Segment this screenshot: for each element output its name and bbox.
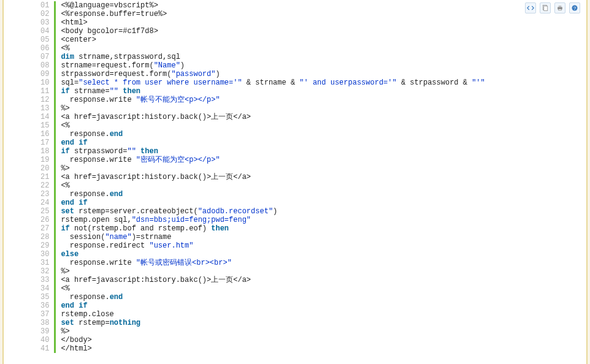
svg-rect-4: [559, 9, 562, 10]
line-number: 01: [40, 1, 49, 10]
token-plain: ): [273, 207, 277, 216]
token-plain: strname=: [70, 87, 110, 96]
token-plain: strpassword=: [70, 147, 128, 156]
token-kw: dim: [61, 53, 74, 61]
token-str: "帐号不能为空<p></p>": [136, 96, 220, 104]
code-line: response.write "密码不能为空<p></p>": [61, 156, 485, 164]
line-number: 19: [40, 156, 49, 164]
token-kw: if: [79, 199, 87, 207]
token-plain: strpassword=request.form(: [61, 70, 171, 78]
line-number: 32: [40, 267, 49, 276]
help-icon: ?: [571, 4, 578, 12]
token-plain: %>: [61, 164, 69, 173]
code-line: response.end: [61, 130, 485, 138]
line-number: 20: [40, 164, 49, 173]
token-plain: </body>: [61, 336, 91, 344]
line-number: 13: [40, 104, 49, 113]
token-plain: response.redirect: [61, 241, 149, 250]
code-line: sql="select * from user where username='…: [61, 78, 485, 87]
token-kw: end: [61, 301, 74, 310]
token-plain: %>: [61, 267, 69, 276]
code-line: <%: [61, 181, 485, 190]
line-number: 34: [40, 284, 49, 293]
line-number: 07: [40, 53, 49, 61]
line-number: 37: [40, 310, 49, 319]
code-line: <%response.buffer=true%>: [61, 10, 485, 18]
token-plain: <a href=javascript:history.back()>上一页</a…: [61, 113, 251, 121]
line-number-gutter: 0102030405060708091011121314151617181920…: [40, 1, 54, 353]
line-number: 41: [40, 344, 49, 353]
token-plain: )=strname: [132, 233, 172, 241]
token-str: "'": [472, 78, 485, 87]
token-kw: then: [123, 87, 140, 96]
token-str: "密码不能为空<p></p>": [136, 156, 220, 164]
token-plain: rstemp=: [74, 319, 110, 327]
token-plain: <a href=javascript:history.back()>上一页</a…: [61, 173, 251, 181]
code-line: <%@language=vbscript%>: [61, 1, 485, 10]
token-plain: & strpassword &: [397, 78, 472, 87]
token-kw: if: [79, 301, 87, 310]
token-kw: if: [61, 147, 69, 156]
line-number: 03: [40, 18, 49, 27]
code-line: <%: [61, 284, 485, 293]
token-plain: strname,strpassword,sql: [74, 53, 180, 61]
line-number: 09: [40, 70, 49, 78]
code-line: strname=request.form("Name"): [61, 61, 485, 70]
token-kw: then: [211, 224, 229, 233]
code-line: <a href=javascript:history.bakc()>上一页</a…: [61, 276, 485, 284]
line-number: 36: [40, 301, 49, 310]
code-line: <center>: [61, 36, 485, 44]
print-button[interactable]: [554, 2, 565, 13]
code-toolbar: ?: [525, 2, 580, 13]
token-str: "' and userpassword='": [299, 78, 396, 87]
copy-icon: [542, 4, 549, 12]
code-line: </body>: [61, 336, 485, 344]
line-number: 10: [40, 78, 49, 87]
code-line: response.redirect "user.htm": [61, 241, 485, 250]
code-line: response.write "帐号或密码错误<br><br>": [61, 259, 485, 267]
token-str: "adodb.recordset": [198, 207, 273, 216]
token-plain: response.write: [61, 156, 136, 164]
token-plain: & strname &: [242, 78, 300, 87]
token-kw: then: [140, 147, 158, 156]
copy-button[interactable]: [540, 2, 551, 13]
svg-rect-3: [559, 6, 562, 7]
token-plain: <body bgcolor=#c1f7d8>: [61, 27, 158, 36]
code-line: rstemp.open sql,"dsn=bbs;uid=feng;pwd=fe…: [61, 216, 485, 224]
line-number: 21: [40, 173, 49, 181]
token-str: "帐号或密码错误<br><br>": [136, 259, 232, 267]
view-source-button[interactable]: [525, 2, 536, 13]
token-str: "dsn=bbs;uid=feng;pwd=feng": [132, 216, 251, 224]
token-str: "": [127, 147, 136, 156]
line-number: 02: [40, 10, 49, 18]
token-str: "name": [105, 233, 131, 241]
print-icon: [556, 4, 564, 12]
line-number: 35: [40, 293, 49, 301]
line-number: 33: [40, 276, 49, 284]
code-line: end if: [61, 199, 485, 207]
token-plain: <%: [61, 44, 69, 53]
code-line: set rstemp=nothing: [61, 319, 485, 327]
token-plain: response.: [61, 190, 109, 199]
token-kw: if: [61, 224, 69, 233]
token-plain: response.: [61, 130, 109, 138]
token-kw: set: [61, 207, 74, 216]
code-line: <html>: [61, 18, 485, 27]
line-number: 39: [40, 327, 49, 336]
line-number: 05: [40, 36, 49, 44]
code-line: session("name")=strname: [61, 233, 485, 241]
code-viewer-panel: ? 01020304050607080910111213141516171819…: [2, 0, 588, 364]
code-line: response.write "帐号不能为空<p></p>": [61, 96, 485, 104]
line-number: 40: [40, 336, 49, 344]
code-content[interactable]: <%@language=vbscript%><%response.buffer=…: [56, 1, 485, 353]
token-plain: strname=request.form(: [61, 61, 153, 70]
token-kw: end: [61, 199, 74, 207]
token-plain: rstemp=server.createobject(: [74, 207, 198, 216]
token-kw: nothing: [110, 319, 140, 327]
token-plain: sql=: [61, 78, 79, 87]
line-number: 25: [40, 207, 49, 216]
help-button[interactable]: ?: [569, 2, 580, 13]
line-number: 31: [40, 259, 49, 267]
token-kw: end: [61, 138, 74, 147]
line-number: 16: [40, 130, 49, 138]
